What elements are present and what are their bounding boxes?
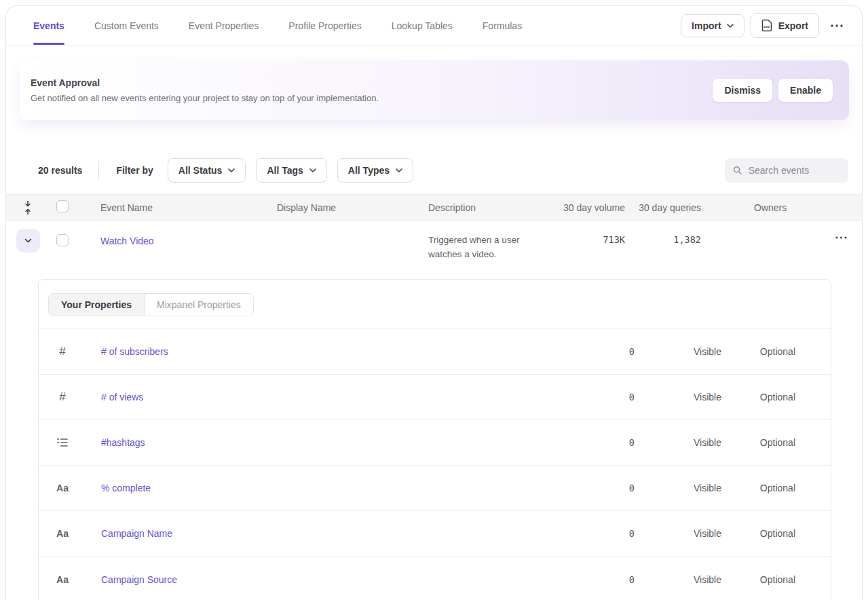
expander-cell: [6, 221, 50, 252]
nav-actions: Import csv Export: [681, 13, 848, 38]
banner-description: Get notified on all new events entering …: [31, 93, 379, 103]
nav-tab-profile-properties[interactable]: Profile Properties: [288, 6, 361, 45]
row-checkbox[interactable]: [56, 234, 69, 246]
collapse-vertical-icon: [23, 200, 33, 215]
event-properties-panel: Your PropertiesMixpanel Properties # # o…: [38, 279, 831, 600]
text-type-icon: Aa: [56, 483, 69, 493]
filter-dropdown-all-types[interactable]: All Types: [337, 158, 413, 183]
filter-dropdown-all-tags[interactable]: All Tags: [256, 158, 326, 183]
property-type-icon-cell: #: [39, 345, 86, 358]
properties-list: # # of subscribers 0 Visible Optional # …: [39, 329, 831, 600]
event-description: Triggered when a user watches a video.: [423, 221, 544, 262]
row-more-options-button[interactable]: [830, 232, 852, 243]
properties-tab-mixpanel-properties[interactable]: Mixpanel Properties: [145, 294, 253, 316]
chevron-down-icon: [228, 168, 235, 172]
filter-dropdown-label: All Status: [178, 165, 223, 176]
nav-tab-event-properties[interactable]: Event Properties: [189, 6, 259, 45]
property-type-icon-cell: Aa: [39, 528, 86, 539]
event-approval-banner: Event Approval Get notified on all new e…: [20, 60, 849, 120]
events-table-header: Event Name Display Name Description 30 d…: [6, 194, 862, 221]
property-row: Aa Campaign Source 0 Visible Optional: [39, 557, 831, 600]
event-actions-cell: [820, 221, 862, 243]
import-button[interactable]: Import: [681, 14, 744, 37]
property-requirement: Optional: [721, 437, 795, 448]
text-type-icon: Aa: [56, 528, 69, 539]
search-box[interactable]: [725, 158, 848, 183]
filter-dropdowns: All Status All Tags All Types: [168, 158, 413, 183]
chevron-down-icon: [24, 238, 32, 243]
property-value: 0: [553, 437, 635, 448]
nav-tab-events[interactable]: Events: [33, 6, 64, 45]
nav-tab-formulas[interactable]: Formulas: [483, 6, 522, 45]
more-options-button[interactable]: [825, 20, 848, 31]
event-row-watch-video: Watch Video Triggered when a user watche…: [6, 221, 862, 274]
top-navigation: EventsCustom EventsEvent PropertiesProfi…: [6, 6, 862, 45]
csv-file-icon: csv: [761, 19, 773, 32]
property-value: 0: [553, 346, 635, 357]
nav-tabs: EventsCustom EventsEvent PropertiesProfi…: [33, 6, 522, 45]
property-visibility: Visible: [635, 528, 721, 539]
property-link-campaign-name[interactable]: Campaign Name: [101, 528, 172, 539]
property-value: 0: [553, 392, 635, 402]
banner-text: Event Approval Get notified on all new e…: [31, 77, 379, 103]
chevron-down-icon: [727, 24, 734, 28]
properties-tabs-row: Your PropertiesMixpanel Properties: [39, 280, 831, 329]
filter-by-label: Filter by: [116, 165, 153, 176]
property-type-icon-cell: #: [39, 390, 86, 404]
property-row: # # of views 0 Visible Optional: [39, 375, 831, 420]
select-all-checkbox[interactable]: [56, 200, 69, 212]
enable-button[interactable]: Enable: [778, 79, 833, 102]
property-link-of-views[interactable]: # of views: [101, 392, 143, 402]
property-requirement: Optional: [721, 392, 795, 402]
property-type-icon-cell: Aa: [39, 483, 86, 493]
lexicon-panel: EventsCustom EventsEvent PropertiesProfi…: [5, 5, 863, 600]
select-all-cell: [50, 200, 96, 215]
event-30-day-queries: 1,382: [625, 221, 701, 245]
import-label: Import: [692, 20, 721, 31]
svg-text:csv: csv: [763, 24, 770, 29]
ellipsis-icon: [835, 236, 847, 239]
property-link-campaign-source[interactable]: Campaign Source: [101, 574, 177, 585]
filter-dropdown-all-status[interactable]: All Status: [168, 158, 246, 183]
chevron-down-icon: [396, 168, 402, 172]
property-row: Aa % complete 0 Visible Optional: [39, 466, 831, 511]
property-name-cell: #hashtags: [86, 436, 553, 449]
nav-tab-lookup-tables[interactable]: Lookup Tables: [392, 6, 453, 45]
property-name-cell: # of subscribers: [86, 345, 553, 358]
property-type-icon-cell: Aa: [39, 574, 86, 585]
property-link-complete[interactable]: % complete: [101, 483, 151, 493]
results-count: 20 results: [38, 165, 82, 176]
event-name-link[interactable]: Watch Video: [100, 236, 154, 246]
properties-tab-your-properties[interactable]: Your Properties: [49, 294, 145, 316]
export-button[interactable]: csv Export: [751, 13, 819, 38]
property-link-of-subscribers[interactable]: # of subscribers: [101, 346, 168, 357]
collapse-row-button[interactable]: [16, 229, 40, 252]
search-input[interactable]: [749, 165, 840, 176]
property-link-hashtags[interactable]: #hashtags: [101, 437, 145, 448]
property-name-cell: % complete: [86, 482, 553, 494]
property-requirement: Optional: [721, 346, 795, 357]
property-requirement: Optional: [721, 528, 795, 539]
number-type-icon: #: [59, 390, 65, 404]
search-icon: [733, 165, 742, 176]
collapse-all-button[interactable]: [22, 199, 34, 217]
property-value: 0: [553, 528, 635, 539]
property-row: # # of subscribers 0 Visible Optional: [39, 329, 831, 375]
property-name-cell: # of views: [86, 391, 553, 403]
col-header-owners: Owners: [701, 202, 820, 213]
dismiss-button[interactable]: Dismiss: [713, 79, 772, 102]
property-visibility: Visible: [635, 346, 721, 357]
event-30-day-volume: 713K: [544, 221, 625, 245]
event-detail-wrap: Your PropertiesMixpanel Properties # # o…: [6, 274, 862, 600]
property-type-icon-cell: [39, 438, 86, 447]
property-value: 0: [553, 483, 635, 493]
filter-dropdown-label: All Types: [348, 165, 390, 176]
property-visibility: Visible: [635, 392, 721, 402]
property-visibility: Visible: [635, 437, 721, 448]
col-header-description: Description: [423, 202, 544, 213]
property-name-cell: Campaign Name: [86, 527, 553, 540]
col-header-30-day-volume: 30 day volume: [544, 202, 625, 213]
filter-toolbar: 20 results Filter by All Status All Tags…: [38, 158, 848, 183]
nav-tab-custom-events[interactable]: Custom Events: [94, 6, 159, 45]
col-header-display-name: Display Name: [272, 202, 423, 213]
